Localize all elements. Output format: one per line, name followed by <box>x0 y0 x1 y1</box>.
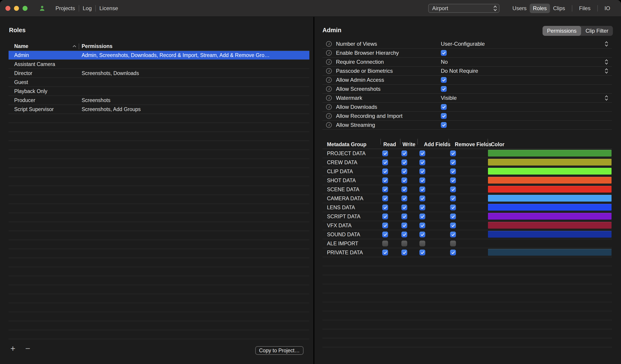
vfx-data-read-checkbox[interactable] <box>382 222 388 228</box>
color-swatch[interactable] <box>488 204 612 211</box>
info-icon[interactable]: i <box>326 86 332 92</box>
info-icon[interactable]: i <box>326 41 332 47</box>
color-swatch[interactable] <box>488 222 612 229</box>
info-icon[interactable]: i <box>326 104 332 110</box>
lens-data-read-checkbox[interactable] <box>382 205 388 210</box>
column-header-remove-fields[interactable]: Remove Fields <box>455 142 491 147</box>
project-data-remove-fields-checkbox[interactable] <box>450 150 456 156</box>
column-header-write[interactable]: Write <box>402 142 415 147</box>
camera-data-add-fields-checkbox[interactable] <box>419 195 425 201</box>
crew-data-remove-fields-checkbox[interactable] <box>450 159 456 165</box>
scene-data-remove-fields-checkbox[interactable] <box>450 187 456 192</box>
chevron-up-down-icon[interactable] <box>604 68 608 74</box>
allow-downloads-checkbox[interactable] <box>441 104 447 110</box>
enable-browser-hierarchy-checkbox[interactable] <box>441 50 447 56</box>
script-data-remove-fields-checkbox[interactable] <box>450 214 456 219</box>
camera-data-write-checkbox[interactable] <box>401 195 407 201</box>
color-swatch[interactable] <box>488 177 612 184</box>
private-data-write-checkbox[interactable] <box>401 250 407 255</box>
role-row-director[interactable]: DirectorScreenshots, Downloads <box>9 69 309 78</box>
color-swatch[interactable] <box>488 249 612 256</box>
project-data-write-checkbox[interactable] <box>401 150 407 156</box>
nav-license[interactable]: License <box>100 5 118 12</box>
sound-data-add-fields-checkbox[interactable] <box>419 232 425 237</box>
nav-log[interactable]: Log <box>83 5 92 12</box>
zoom-button[interactable] <box>23 6 28 11</box>
clip-data-write-checkbox[interactable] <box>401 169 407 174</box>
allow-recording-and-import-checkbox[interactable] <box>441 113 447 119</box>
scene-data-add-fields-checkbox[interactable] <box>419 187 425 192</box>
ale-import-read-checkbox[interactable] <box>382 240 388 246</box>
script-data-write-checkbox[interactable] <box>401 214 407 219</box>
project-selector[interactable]: Airport <box>428 4 500 13</box>
column-header-metadata-group[interactable]: Metadata Group <box>327 142 366 147</box>
lens-data-add-fields-checkbox[interactable] <box>419 205 425 210</box>
camera-data-read-checkbox[interactable] <box>382 195 388 201</box>
vfx-data-write-checkbox[interactable] <box>401 222 407 228</box>
tab-files[interactable]: Files <box>576 4 594 13</box>
ale-import-add-fields-checkbox[interactable] <box>419 240 425 246</box>
shot-data-add-fields-checkbox[interactable] <box>419 177 425 183</box>
clip-data-add-fields-checkbox[interactable] <box>419 169 425 174</box>
column-header-name[interactable]: Name <box>14 43 28 49</box>
color-swatch[interactable] <box>488 168 612 174</box>
chevron-up-down-icon[interactable] <box>604 95 608 101</box>
column-header-color[interactable]: Color <box>491 142 504 147</box>
column-divider[interactable] <box>79 44 79 49</box>
camera-data-remove-fields-checkbox[interactable] <box>450 195 456 201</box>
vfx-data-add-fields-checkbox[interactable] <box>419 222 425 228</box>
private-data-remove-fields-checkbox[interactable] <box>450 250 456 255</box>
role-row-admin[interactable]: AdminAdmin, Screenshots, Downloads, Reco… <box>9 51 309 60</box>
role-row-assistant-camera[interactable]: Assistant Camera <box>9 60 309 69</box>
allow-admin-access-checkbox[interactable] <box>441 77 447 83</box>
allow-screenshots-checkbox[interactable] <box>441 86 447 92</box>
sound-data-write-checkbox[interactable] <box>401 232 407 237</box>
nav-projects[interactable]: Projects <box>55 5 75 12</box>
info-icon[interactable]: i <box>326 113 332 119</box>
lens-data-write-checkbox[interactable] <box>401 205 407 210</box>
crew-data-add-fields-checkbox[interactable] <box>419 159 425 165</box>
clip-data-read-checkbox[interactable] <box>382 169 388 174</box>
close-button[interactable] <box>5 6 10 11</box>
scene-data-read-checkbox[interactable] <box>382 187 388 192</box>
add-role-button[interactable]: + <box>10 344 15 353</box>
project-data-add-fields-checkbox[interactable] <box>419 150 425 156</box>
allow-streaming-checkbox[interactable] <box>441 122 447 128</box>
shot-data-write-checkbox[interactable] <box>401 177 407 183</box>
private-data-read-checkbox[interactable] <box>382 250 388 255</box>
segment-clip-filter[interactable]: Clip Filter <box>581 26 613 36</box>
private-data-add-fields-checkbox[interactable] <box>419 250 425 255</box>
info-icon[interactable]: i <box>326 50 332 56</box>
info-icon[interactable]: i <box>326 122 332 128</box>
sound-data-remove-fields-checkbox[interactable] <box>450 232 456 237</box>
lens-data-remove-fields-checkbox[interactable] <box>450 205 456 210</box>
info-icon[interactable]: i <box>326 59 332 65</box>
tab-clips[interactable]: Clips <box>550 4 568 13</box>
role-row-script-supervisor[interactable]: Script SupervisorScreenshots, Add Groups <box>9 105 309 114</box>
ale-import-write-checkbox[interactable] <box>401 240 407 246</box>
remove-role-button[interactable]: − <box>25 344 30 353</box>
script-data-read-checkbox[interactable] <box>382 214 388 219</box>
color-swatch[interactable] <box>488 195 612 202</box>
column-header-add-fields[interactable]: Add Fields <box>424 142 450 147</box>
tab-users[interactable]: Users <box>509 4 530 13</box>
ale-import-remove-fields-checkbox[interactable] <box>450 240 456 246</box>
clip-data-remove-fields-checkbox[interactable] <box>450 169 456 174</box>
color-swatch[interactable] <box>488 150 612 157</box>
tab-io[interactable]: IO <box>601 4 613 13</box>
shot-data-remove-fields-checkbox[interactable] <box>450 177 456 183</box>
column-header-permissions[interactable]: Permissions <box>82 43 113 49</box>
sound-data-read-checkbox[interactable] <box>382 232 388 237</box>
chevron-up-down-icon[interactable] <box>604 41 608 47</box>
info-icon[interactable]: i <box>326 95 332 101</box>
column-header-read[interactable]: Read <box>383 142 396 147</box>
info-icon[interactable]: i <box>326 68 332 74</box>
segment-permissions[interactable]: Permissions <box>543 26 581 36</box>
color-swatch[interactable] <box>488 213 612 220</box>
vfx-data-remove-fields-checkbox[interactable] <box>450 222 456 228</box>
minimize-button[interactable] <box>14 6 19 11</box>
role-row-guest[interactable]: Guest <box>9 78 309 87</box>
info-icon[interactable]: i <box>326 77 332 83</box>
color-swatch[interactable] <box>488 231 612 238</box>
role-row-producer[interactable]: ProducerScreenshots <box>9 96 309 105</box>
